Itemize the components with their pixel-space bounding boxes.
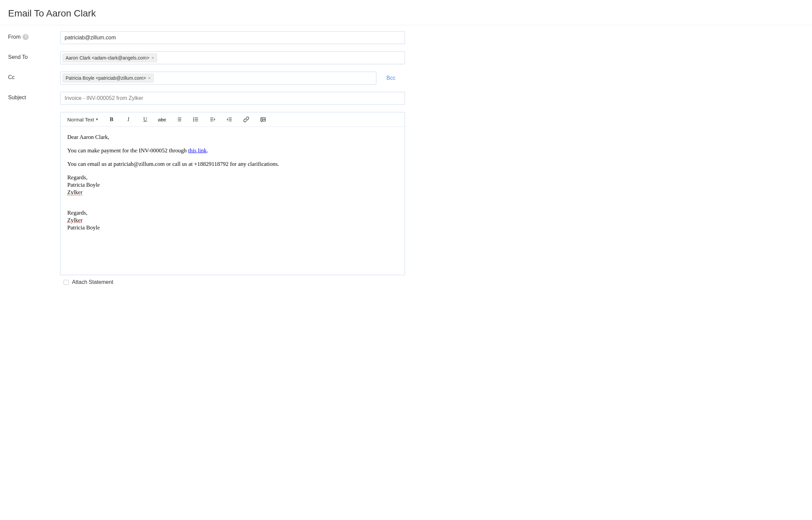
row-editor: Normal Text ▼ B I U abc — [8, 112, 804, 289]
subject-input[interactable] — [60, 92, 405, 105]
indent-decrease-icon[interactable] — [226, 116, 233, 123]
sig1-name: Patricia Boyle — [67, 181, 398, 189]
svg-point-19 — [262, 119, 262, 120]
field-sendto: Aaron Clark <adam-clark@angels.com> × — [60, 51, 405, 64]
chevron-down-icon: ▼ — [96, 118, 99, 121]
indent-increase-icon[interactable] — [209, 116, 216, 123]
help-icon[interactable]: ? — [23, 34, 29, 40]
format-dropdown-label: Normal Text — [67, 117, 94, 123]
recipient-chip: Aaron Clark <adam-clark@angels.com> × — [62, 53, 157, 62]
sendto-input[interactable]: Aaron Clark <adam-clark@angels.com> × — [60, 51, 405, 64]
sig1-company-text: Zylker — [67, 189, 82, 196]
label-from: From ? — [8, 31, 60, 40]
cc-chip: Patricia Boyle <patriciab@zillum.com> × — [62, 74, 154, 82]
sig1-regards: Regards, — [67, 174, 398, 181]
sig2-regards: Regards, — [67, 209, 398, 217]
label-subject: Subject — [8, 92, 60, 101]
body-line2: You can email us at patriciab@zillum.com… — [67, 160, 398, 168]
ordered-list-icon[interactable] — [175, 116, 183, 123]
cc-input[interactable]: Patricia Boyle <patriciab@zillum.com> × — [60, 72, 376, 84]
editor-toolbar: Normal Text ▼ B I U abc — [60, 112, 405, 127]
field-from — [60, 31, 405, 44]
label-sendto: Send To — [8, 51, 60, 60]
svg-point-9 — [193, 118, 194, 119]
sig2-company: Zylker — [67, 217, 398, 224]
row-subject: Subject — [8, 92, 804, 105]
payment-link[interactable]: this link — [188, 147, 207, 154]
label-from-text: From — [8, 34, 21, 40]
field-subject — [60, 92, 405, 105]
sig2-company-text: Zylker — [67, 217, 82, 223]
body-line1: You can make payment for the INV-000052 … — [67, 147, 398, 154]
unordered-list-icon[interactable] — [192, 116, 200, 123]
svg-point-11 — [193, 121, 194, 122]
svg-point-10 — [193, 119, 194, 120]
attach-checkbox[interactable] — [63, 280, 69, 285]
body-line1b: . — [207, 147, 208, 154]
sig1-company: Zylker — [67, 189, 398, 196]
body-greeting: Dear Aaron Clark, — [67, 133, 398, 141]
format-dropdown[interactable]: Normal Text ▼ — [67, 117, 99, 123]
signature-block-2: Regards, Zylker Patricia Boyle — [67, 209, 398, 231]
sig2-name: Patricia Boyle — [67, 224, 398, 231]
underline-button[interactable]: U — [141, 116, 149, 123]
strikethrough-button[interactable]: abc — [158, 116, 166, 123]
row-cc: Cc Patricia Boyle <patriciab@zillum.com>… — [8, 72, 804, 84]
cc-chip-text: Patricia Boyle <patriciab@zillum.com> — [66, 75, 146, 81]
bold-button[interactable]: B — [108, 116, 115, 123]
row-from: From ? — [8, 31, 804, 44]
bcc-link[interactable]: Bcc — [376, 72, 396, 84]
editor-body[interactable]: Dear Aaron Clark, You can make payment f… — [60, 127, 405, 275]
signature-block-1: Regards, Patricia Boyle Zylker — [67, 174, 398, 196]
italic-button[interactable]: I — [125, 116, 132, 123]
recipient-chip-text: Aaron Clark <adam-clark@angels.com> — [66, 55, 149, 60]
row-sendto: Send To Aaron Clark <adam-clark@angels.c… — [8, 51, 804, 64]
close-icon[interactable]: × — [151, 55, 154, 60]
editor-container: Normal Text ▼ B I U abc — [60, 112, 405, 275]
close-icon[interactable]: × — [148, 76, 151, 80]
image-icon[interactable] — [259, 116, 267, 123]
label-cc: Cc — [8, 72, 60, 80]
from-input[interactable] — [60, 31, 405, 44]
body-line1a: You can make payment for the INV-000052 … — [67, 147, 188, 154]
label-editor-spacer — [8, 112, 60, 115]
link-icon[interactable] — [242, 116, 250, 123]
email-form: From ? Send To Aaron Clark <adam-clark@a… — [0, 25, 812, 303]
attach-label: Attach Statement — [72, 279, 113, 285]
page-title: Email To Aaron Clark — [8, 8, 804, 19]
attach-row: Attach Statement — [60, 275, 405, 289]
field-editor: Normal Text ▼ B I U abc — [60, 112, 405, 289]
page-header: Email To Aaron Clark — [0, 0, 812, 25]
field-cc: Patricia Boyle <patriciab@zillum.com> × — [60, 72, 376, 84]
